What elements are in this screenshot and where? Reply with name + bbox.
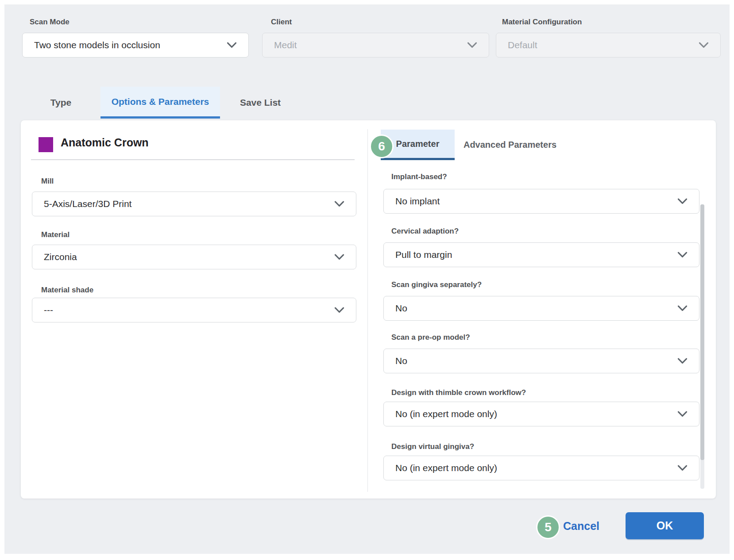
scan-mode-value: Two stone models in occlusion <box>34 40 221 50</box>
implant-based-select[interactable]: No implant <box>383 189 699 214</box>
ok-button[interactable]: OK <box>626 512 704 539</box>
restoration-color-swatch <box>39 137 53 152</box>
cervical-adaption-select[interactable]: Pull to margin <box>383 242 699 267</box>
virtual-gingiva-label: Design virtual gingiva? <box>391 442 474 451</box>
chevron-down-icon <box>334 201 344 207</box>
virtual-gingiva-value: No (in expert mode only) <box>395 463 672 473</box>
mill-value: 5-Axis/Laser/3D Print <box>44 199 329 209</box>
chevron-down-icon <box>677 465 688 471</box>
scan-gingiva-value: No <box>395 303 672 314</box>
scan-settings-dialog: Scan Mode Two stone models in occlusion … <box>0 0 734 560</box>
chevron-down-icon <box>699 42 709 48</box>
material-shade-value: --- <box>44 305 329 315</box>
scan-mode-select[interactable]: Two stone models in occlusion <box>22 33 249 58</box>
thimble-crown-value: No (in expert mode only) <box>395 409 672 419</box>
virtual-gingiva-select[interactable]: No (in expert mode only) <box>383 456 699 480</box>
scan-gingiva-label: Scan gingiva separately? <box>391 280 482 289</box>
thimble-crown-select[interactable]: No (in expert mode only) <box>383 402 699 426</box>
tab-advanced-parameters[interactable]: Advanced Parameters <box>455 130 565 160</box>
cervical-adaption-value: Pull to margin <box>395 249 672 260</box>
tab-options-parameters[interactable]: Options & Parameters <box>100 87 220 119</box>
chevron-down-icon <box>677 411 688 417</box>
implant-based-value: No implant <box>395 196 672 207</box>
client-label: Client <box>271 18 292 27</box>
cervical-adaption-label: Cervical adaption? <box>391 227 459 236</box>
preop-model-value: No <box>395 356 672 366</box>
material-configuration-label: Material Configuration <box>502 18 582 27</box>
material-shade-label: Material shade <box>41 286 93 295</box>
restoration-title: Anatomic Crown <box>61 136 149 149</box>
client-value: Medit <box>274 40 462 50</box>
client-select: Medit <box>262 33 489 58</box>
chevron-down-icon <box>334 307 344 313</box>
scrollbar-track[interactable] <box>700 204 704 489</box>
material-configuration-select: Default <box>496 33 721 58</box>
preop-model-select[interactable]: No <box>383 349 699 373</box>
chevron-down-icon <box>227 42 237 48</box>
chevron-down-icon <box>677 198 688 204</box>
implant-based-label: Implant-based? <box>391 173 447 181</box>
step-badge-6: 6 <box>370 134 394 158</box>
material-shade-select[interactable]: --- <box>32 298 356 322</box>
material-configuration-value: Default <box>508 40 693 50</box>
step-badge-5: 5 <box>536 515 560 539</box>
chevron-down-icon <box>677 305 688 311</box>
preop-model-label: Scan a pre-op model? <box>391 333 470 342</box>
tab-type[interactable]: Type <box>38 87 84 119</box>
scrollbar-thumb[interactable] <box>700 204 704 460</box>
chevron-down-icon <box>677 358 688 364</box>
column-divider <box>367 129 368 492</box>
chevron-down-icon <box>467 42 477 48</box>
material-value: Zirconia <box>44 252 329 262</box>
mill-select[interactable]: 5-Axis/Laser/3D Print <box>32 192 356 216</box>
thimble-crown-label: Design with thimble crown workflow? <box>391 388 526 397</box>
material-label: Material <box>41 230 70 239</box>
mill-label: Mill <box>41 177 54 186</box>
section-divider <box>31 159 355 160</box>
scan-mode-label: Scan Mode <box>30 18 70 27</box>
material-select[interactable]: Zirconia <box>32 245 356 269</box>
scan-gingiva-select[interactable]: No <box>383 296 699 321</box>
chevron-down-icon <box>677 252 688 258</box>
chevron-down-icon <box>334 254 344 260</box>
cancel-button[interactable]: Cancel <box>563 520 599 533</box>
tab-save-list[interactable]: Save List <box>232 87 289 119</box>
